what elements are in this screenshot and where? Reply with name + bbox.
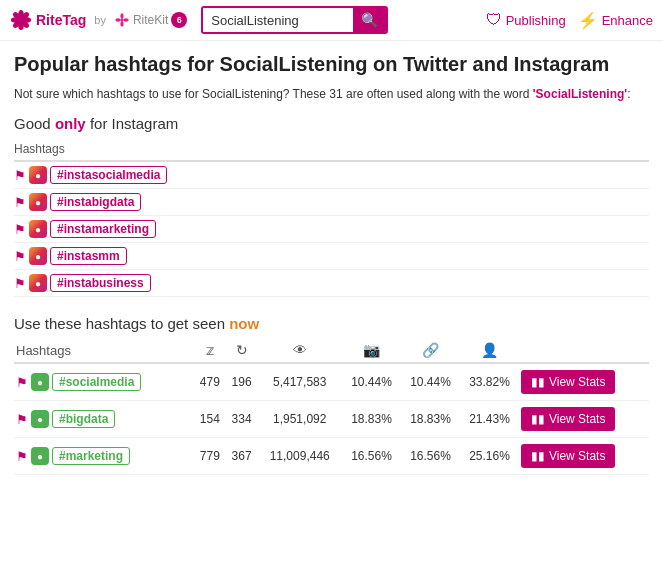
link-pct: 16.56% — [401, 438, 460, 475]
stats-row: ⚑ ● #socialmedia 479 196 5,417,583 10.44… — [14, 363, 649, 401]
bookmark-icon[interactable]: ⚑ — [14, 222, 26, 237]
subtitle-keyword: 'SocialListening' — [533, 87, 627, 101]
hashtag-tag[interactable]: #instasmm — [50, 247, 127, 265]
stats-row: ⚑ ● #bigdata 154 334 1,951,092 18.83% 18… — [14, 401, 649, 438]
bookmark-icon[interactable]: ⚑ — [14, 168, 26, 183]
page-title: Popular hashtags for SocialListening on … — [14, 51, 649, 77]
twitter-icon: 𝕫 — [206, 342, 214, 358]
svg-point-10 — [120, 21, 123, 26]
svg-point-11 — [115, 18, 120, 21]
retweet-count: 367 — [226, 438, 258, 475]
stats-col-action — [519, 338, 649, 363]
hashtag-tag[interactable]: #instamarketing — [50, 220, 156, 238]
person-pct: 33.82% — [460, 363, 519, 401]
twitter-count: 154 — [194, 401, 226, 438]
enhance-icon: ⚡ — [578, 11, 598, 30]
bookmark-icon[interactable]: ⚑ — [14, 195, 26, 210]
instagram-badge: ● — [29, 193, 47, 211]
instagram-row: ⚑ ● #instabigdata — [14, 189, 649, 216]
logo-text: RiteTag — [36, 12, 86, 28]
green-badge: ● — [31, 410, 49, 428]
stats-col-link: 🔗 — [401, 338, 460, 363]
person-pct: 25.16% — [460, 438, 519, 475]
search-button[interactable]: 🔍 — [353, 8, 386, 32]
stats-title-now: now — [229, 315, 259, 332]
publishing-link[interactable]: 🛡 Publishing — [486, 11, 566, 29]
link-pct: 10.44% — [401, 363, 460, 401]
image-icon: 📷 — [363, 342, 380, 358]
hashtag-tag[interactable]: #instasocialmedia — [50, 166, 167, 184]
publishing-label: Publishing — [506, 13, 566, 28]
eye-count: 5,417,583 — [257, 363, 342, 401]
stats-row: ⚑ ● #marketing 779 367 11,009,446 16.56%… — [14, 438, 649, 475]
retweet-icon: ↻ — [236, 342, 248, 358]
stats-title-prefix: Use these hashtags to get seen — [14, 315, 229, 332]
person-pct: 21.43% — [460, 401, 519, 438]
eye-icon: 👁 — [293, 342, 307, 358]
retweet-count: 334 — [226, 401, 258, 438]
twitter-count: 479 — [194, 363, 226, 401]
bookmark-icon[interactable]: ⚑ — [16, 449, 28, 464]
instagram-badge: ● — [29, 247, 47, 265]
view-stats-button[interactable]: ▮▮ View Stats — [521, 444, 615, 468]
svg-point-12 — [123, 18, 128, 21]
logo: RiteTag — [10, 9, 86, 31]
hashtag-tag[interactable]: #bigdata — [52, 410, 115, 428]
enhance-label: Enhance — [602, 13, 653, 28]
instagram-row: ⚑ ● #instamarketing — [14, 216, 649, 243]
section-title-suffix: for Instagram — [86, 115, 179, 132]
stats-col-twitter: 𝕫 — [194, 338, 226, 363]
bar-chart-icon: ▮▮ — [531, 375, 545, 389]
instagram-row: ⚑ ● #instasocialmedia — [14, 161, 649, 189]
eye-count: 1,951,092 — [257, 401, 342, 438]
subtitle-suffix: : — [627, 87, 630, 101]
subtitle-prefix: Not sure which hashtags to use for Socia… — [14, 87, 533, 101]
bookmark-icon[interactable]: ⚑ — [14, 276, 26, 291]
image-pct: 18.83% — [342, 401, 401, 438]
view-stats-button[interactable]: ▮▮ View Stats — [521, 370, 615, 394]
hashtag-tag[interactable]: #socialmedia — [52, 373, 141, 391]
header-right: 🛡 Publishing ⚡ Enhance — [486, 11, 653, 30]
image-pct: 16.56% — [342, 438, 401, 475]
stats-col-retweet: ↻ — [226, 338, 258, 363]
ritetag-logo-icon — [10, 9, 32, 31]
green-badge: ● — [31, 373, 49, 391]
search-box: 🔍 — [201, 6, 388, 34]
instagram-row: ⚑ ● #instasmm — [14, 243, 649, 270]
instagram-row: ⚑ ● #instabusiness — [14, 270, 649, 297]
svg-point-9 — [120, 13, 123, 18]
twitter-count: 779 — [194, 438, 226, 475]
hashtag-tag[interactable]: #marketing — [52, 447, 130, 465]
bookmark-icon[interactable]: ⚑ — [16, 412, 28, 427]
link-icon: 🔗 — [422, 342, 439, 358]
retweet-count: 196 — [226, 363, 258, 401]
section-title-only: only — [55, 115, 86, 132]
view-stats-button[interactable]: ▮▮ View Stats — [521, 407, 615, 431]
stats-col-hashtag: Hashtags — [14, 338, 194, 363]
bookmark-icon[interactable]: ⚑ — [16, 375, 28, 390]
hashtag-tag[interactable]: #instabigdata — [50, 193, 141, 211]
hashtag-tag[interactable]: #instabusiness — [50, 274, 151, 292]
publishing-icon: 🛡 — [486, 11, 502, 29]
instagram-table: Hashtags ⚑ ● #instasocialmedia ⚑ ● #inst… — [14, 138, 649, 297]
instagram-badge: ● — [29, 274, 47, 292]
person-icon: 👤 — [481, 342, 498, 358]
stats-col-eye: 👁 — [257, 338, 342, 363]
image-pct: 10.44% — [342, 363, 401, 401]
link-pct: 18.83% — [401, 401, 460, 438]
bookmark-icon[interactable]: ⚑ — [14, 249, 26, 264]
subtitle: Not sure which hashtags to use for Socia… — [14, 87, 649, 101]
instagram-badge: ● — [29, 166, 47, 184]
ritekit-logo: RiteKit 6 — [114, 12, 187, 28]
stats-col-image: 📷 — [342, 338, 401, 363]
ritekit-text: RiteKit — [133, 13, 168, 27]
svg-point-13 — [120, 18, 123, 21]
enhance-link[interactable]: ⚡ Enhance — [578, 11, 653, 30]
bar-chart-icon: ▮▮ — [531, 412, 545, 426]
search-input[interactable] — [203, 9, 353, 32]
by-text: by — [94, 14, 106, 26]
instagram-badge: ● — [29, 220, 47, 238]
section-title-prefix: Good — [14, 115, 55, 132]
header: RiteTag by RiteKit 6 🔍 🛡 Publishing ⚡ En… — [0, 0, 663, 41]
instagram-col-hashtag: Hashtags — [14, 138, 649, 161]
